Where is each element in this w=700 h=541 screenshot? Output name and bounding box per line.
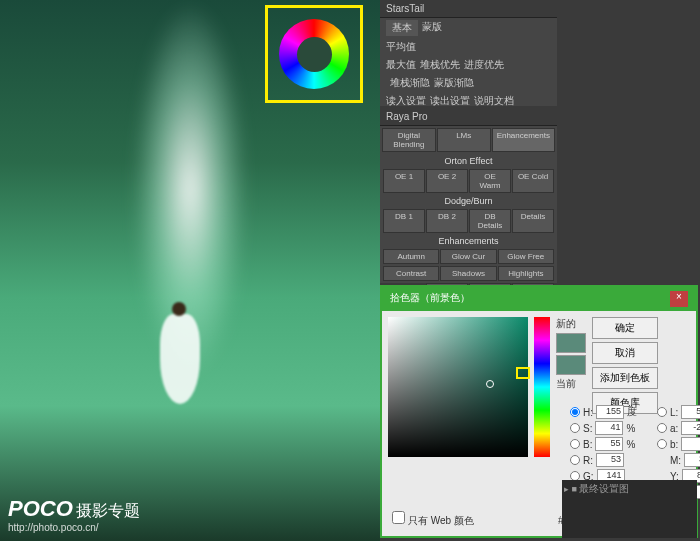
watermark: POCO 摄影专题 http://photo.poco.cn/ <box>8 496 140 533</box>
sha[interactable]: Shadows <box>440 266 496 281</box>
ok-button[interactable]: 确定 <box>592 317 658 339</box>
b-input[interactable]: 55 <box>595 437 623 451</box>
oe1[interactable]: OE 1 <box>383 169 425 193</box>
st-out[interactable]: 读出设置 <box>430 94 470 108</box>
rp-section: Orton Effect <box>380 154 557 168</box>
a-input[interactable]: -24 <box>681 421 700 435</box>
gc[interactable]: Glow Cur <box>440 249 496 264</box>
r-input[interactable]: 53 <box>596 453 624 467</box>
starstail-panel: StarsTail 基本 蒙版 平均值 最大值堆栈优先进度优先 堆栈渐隐蒙版渐隐… <box>380 0 557 106</box>
rp-tab-enh[interactable]: Enhancements <box>492 128 555 152</box>
st-doc[interactable]: 说明文档 <box>474 94 514 108</box>
l-radio[interactable] <box>657 407 667 417</box>
gf[interactable]: Glow Free <box>498 249 554 264</box>
aut[interactable]: Autumn <box>383 249 439 264</box>
color-wheel-overlay <box>265 5 363 103</box>
hue-slider[interactable] <box>534 317 550 457</box>
current-swatch <box>556 355 586 375</box>
close-icon[interactable]: × <box>670 291 688 307</box>
st-avg[interactable]: 平均值 <box>386 40 416 54</box>
b2-input[interactable]: 7 <box>681 437 700 451</box>
hue-highlight <box>516 367 530 379</box>
det[interactable]: Details <box>512 209 554 233</box>
cancel-button[interactable]: 取消 <box>592 342 658 364</box>
b-radio[interactable] <box>570 439 580 449</box>
canvas-preview: POCO 摄影专题 http://photo.poco.cn/ <box>0 0 380 541</box>
sv-gradient[interactable] <box>388 317 528 457</box>
rp-tab-db[interactable]: Digital Blending <box>382 128 436 152</box>
panel-title: Raya Pro <box>380 108 557 126</box>
rp-tab-lms[interactable]: LMs <box>437 128 491 152</box>
color-cursor <box>486 380 494 388</box>
db2[interactable]: DB 2 <box>426 209 468 233</box>
current-label: 当前 <box>556 377 586 391</box>
oec[interactable]: OE Cold <box>512 169 554 193</box>
s-input[interactable]: 41 <box>595 421 623 435</box>
dbd[interactable]: DB Details <box>469 209 511 233</box>
st-stack[interactable]: 堆栈优先 <box>420 58 460 72</box>
panel-title: StarsTail <box>380 0 557 18</box>
h-input[interactable]: 155 <box>596 405 624 419</box>
rp-section: Enhancements <box>380 234 557 248</box>
st-in[interactable]: 读入设置 <box>386 94 426 108</box>
new-label: 新的 <box>556 317 586 331</box>
st-max[interactable]: 最大值 <box>386 58 416 72</box>
l-input[interactable]: 54 <box>681 405 700 419</box>
st-sf[interactable]: 堆栈渐隐 <box>390 76 430 90</box>
subject-figure <box>160 314 200 404</box>
hig[interactable]: Highlights <box>498 266 554 281</box>
history-panel: ▸ ■ 最终设置图 <box>562 480 697 538</box>
oe2[interactable]: OE 2 <box>426 169 468 193</box>
st-mf[interactable]: 蒙版渐隐 <box>434 76 474 90</box>
h-radio[interactable] <box>570 407 580 417</box>
db1[interactable]: DB 1 <box>383 209 425 233</box>
con[interactable]: Contrast <box>383 266 439 281</box>
b2-radio[interactable] <box>657 439 667 449</box>
a-radio[interactable] <box>657 423 667 433</box>
tab-mask[interactable]: 蒙版 <box>422 20 442 36</box>
m-input[interactable]: 35 <box>684 453 700 467</box>
new-swatch <box>556 333 586 353</box>
oew[interactable]: OE Warm <box>469 169 511 193</box>
st-prog[interactable]: 进度优先 <box>464 58 504 72</box>
web-only-checkbox[interactable] <box>392 511 405 524</box>
add-swatch-button[interactable]: 添加到色板 <box>592 367 658 389</box>
s-radio[interactable] <box>570 423 580 433</box>
web-label: 只有 Web 颜色 <box>408 515 474 526</box>
r-radio[interactable] <box>570 455 580 465</box>
tab-basic[interactable]: 基本 <box>386 20 418 36</box>
rp-section: Dodge/Burn <box>380 194 557 208</box>
rayapro-panel: Raya Pro Digital Blending LMs Enhancemen… <box>380 108 557 283</box>
color-wheel-icon <box>279 19 349 89</box>
dialog-title: 拾色器（前景色） <box>390 291 470 307</box>
